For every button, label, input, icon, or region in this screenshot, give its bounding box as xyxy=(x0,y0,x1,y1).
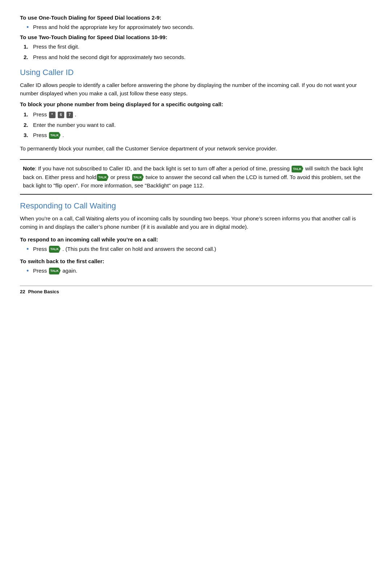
talk-button-icon-6: TALK xyxy=(49,268,61,274)
note-bold: Note xyxy=(23,165,35,171)
block-step-1-period: . xyxy=(75,111,76,117)
block-step-3-press: Press xyxy=(33,132,47,138)
switch-again: again. xyxy=(62,268,77,274)
block-number-steps: 1. Press * 6 7 . 2. Enter the number you… xyxy=(20,110,372,139)
step-2: 2. Press and hold the second digit for a… xyxy=(24,53,372,61)
block-step-2-text: Enter the number you want to call. xyxy=(33,122,116,128)
step-num-1: 1. xyxy=(24,42,28,51)
speed-dial-one-touch-heading: To use One-Touch Dialing for Speed Dial … xyxy=(20,15,372,21)
footer: 22 Phone Basics xyxy=(20,286,372,294)
switch-heading: To switch back to the first caller: xyxy=(20,258,372,264)
respond-text: . (This puts the first caller on hold an… xyxy=(62,246,216,252)
speed-dial-two-touch-list: 1. Press the first digit. 2. Press and h… xyxy=(20,42,372,61)
respond-item: Press TALK . (This puts the first caller… xyxy=(26,245,372,253)
call-waiting-section: Responding to Call Waiting When you’re o… xyxy=(20,201,372,275)
block-step-1: 1. Press * 6 7 . xyxy=(24,110,372,119)
switch-item: Press TALK again. xyxy=(26,266,372,275)
switch-list: Press TALK again. xyxy=(20,266,372,275)
block-step-2: 2. Enter the number you want to call. xyxy=(24,121,372,129)
star-key-icon: * xyxy=(49,112,56,118)
switch-press: Press xyxy=(33,268,47,274)
call-waiting-title: Responding to Call Waiting xyxy=(20,201,372,211)
block-step-3: 3. Press TALK . xyxy=(24,131,372,139)
speed-dial-one-touch-item: Press and hold the appropriate key for a… xyxy=(26,23,372,31)
note-and-hold: and hold xyxy=(75,174,97,180)
block-step-num-1: 1. xyxy=(24,110,28,119)
block-step-3-period: . xyxy=(62,132,64,138)
caller-id-body: Caller ID allows people to identify a ca… xyxy=(20,81,372,98)
footer-section: Phone Basics xyxy=(28,289,59,294)
speed-dial-one-touch-list: Press and hold the appropriate key for a… xyxy=(20,23,372,31)
talk-button-icon-4: TALK xyxy=(132,174,144,181)
caller-id-section: Using Caller ID Caller ID allows people … xyxy=(20,68,372,153)
speed-dial-two-touch-heading: To use Two-Touch Dialing for Speed Dial … xyxy=(20,34,372,40)
speed-dial-one-touch-text: Press and hold the appropriate key for a… xyxy=(33,24,194,30)
talk-button-icon-5: TALK xyxy=(49,246,61,253)
seven-key-icon: 7 xyxy=(66,112,73,118)
step-text-1: Press the first digit. xyxy=(33,44,79,50)
block-step-1-press: Press xyxy=(33,111,47,117)
page-number: 22 xyxy=(20,289,25,294)
six-key-icon: 6 xyxy=(58,112,64,118)
block-number-heading: To block your phone number from being di… xyxy=(20,101,372,107)
block-step-num-3: 3. xyxy=(24,131,28,139)
step-1: 1. Press the first digit. xyxy=(24,42,372,51)
speed-dial-two-touch-section: To use Two-Touch Dialing for Speed Dial … xyxy=(20,34,372,61)
step-num-2: 2. xyxy=(24,53,28,61)
note-or-press-label: or press xyxy=(110,174,130,180)
speed-dial-one-touch-section: To use One-Touch Dialing for Speed Dial … xyxy=(20,15,372,31)
talk-button-icon-2: TALK xyxy=(291,166,303,173)
respond-list: Press TALK . (This puts the first caller… xyxy=(20,245,372,253)
block-step-num-2: 2. xyxy=(24,121,28,129)
talk-button-icon-1: TALK xyxy=(49,132,61,139)
step-text-2: Press and hold the second digit for appr… xyxy=(33,54,185,60)
note-text: : If you have not subscribed to Caller I… xyxy=(35,165,291,171)
note-box: Note: If you have not subscribed to Call… xyxy=(20,159,372,195)
talk-button-icon-3: TALK xyxy=(97,174,109,181)
caller-id-title: Using Caller ID xyxy=(20,68,372,77)
call-waiting-body: When you’re on a call, Call Waiting aler… xyxy=(20,214,372,231)
respond-press: Press xyxy=(33,246,47,252)
respond-heading: To respond to an incoming call while you… xyxy=(20,236,372,243)
permanent-block-text: To permanently block your number, call t… xyxy=(20,144,372,153)
